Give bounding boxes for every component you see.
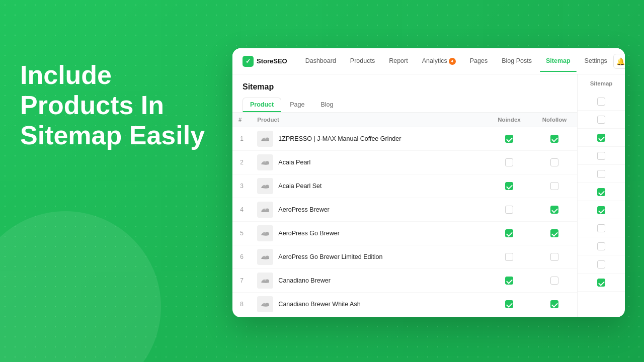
table-row: 2 Acaia Pearl: [232, 151, 577, 174]
row-noindex[interactable]: [487, 245, 532, 269]
row-product: Canadiano Brewer White Ash: [251, 293, 487, 316]
tab-product[interactable]: Product: [243, 98, 281, 112]
noindex-checkbox[interactable]: [505, 182, 513, 190]
noindex-checkbox[interactable]: [505, 206, 513, 214]
row-product: Acaia Pearl Set: [251, 174, 487, 198]
table-row: 1 1ZPRESSO | J-MAX Manual Coffee Grinder: [232, 127, 577, 151]
product-thumb: [257, 296, 273, 312]
row-noindex[interactable]: [487, 151, 532, 174]
svg-point-23: [265, 304, 266, 305]
main-panel: Sitemap Product Page Blog # Product Noin…: [232, 74, 577, 317]
sitemap-checkbox[interactable]: [597, 170, 605, 178]
noindex-checkbox[interactable]: [505, 229, 513, 237]
nofollow-checkbox[interactable]: [550, 158, 558, 166]
sitemap-checkbox[interactable]: [597, 242, 605, 250]
sitemap-header: Sitemap Product Page Blog: [232, 74, 577, 113]
row-nofollow[interactable]: [532, 198, 577, 222]
tab-blog[interactable]: Blog: [313, 98, 341, 112]
product-thumb: [257, 202, 273, 218]
row-noindex[interactable]: [487, 174, 532, 198]
table-row: 9 Ceramic Brewer: [232, 316, 577, 318]
tab-page[interactable]: Page: [282, 98, 312, 112]
nav-products[interactable]: Products: [344, 54, 381, 67]
product-thumb: [257, 273, 273, 289]
products-table: # Product Noindex Nofollow 1 1ZPRESSO | …: [232, 113, 577, 317]
row-num: 4: [232, 198, 251, 222]
sitemap-checkbox[interactable]: [597, 206, 605, 214]
nav-blog-posts[interactable]: Blog Posts: [496, 54, 538, 67]
row-nofollow[interactable]: [532, 316, 577, 318]
sitemap-checkbox[interactable]: [597, 152, 605, 160]
svg-point-19: [264, 280, 265, 281]
nav-report[interactable]: Report: [383, 54, 414, 67]
row-num: 5: [232, 222, 251, 245]
row-num: 2: [232, 151, 251, 174]
noindex-checkbox[interactable]: [505, 253, 513, 261]
bell-button[interactable]: 🔔: [613, 54, 625, 69]
product-name: 1ZPRESSO | J-MAX Manual Coffee Grinder: [278, 135, 401, 142]
svg-point-22: [264, 304, 265, 305]
hero-text: Include Products In Sitemap Easily: [20, 60, 211, 150]
col-num: #: [232, 113, 251, 127]
nofollow-checkbox[interactable]: [550, 300, 558, 308]
product-name: AeroPress Brewer: [278, 206, 329, 213]
nofollow-checkbox[interactable]: [550, 253, 558, 261]
row-noindex[interactable]: [487, 198, 532, 222]
logo-text: StoreSEO: [257, 57, 287, 65]
row-noindex[interactable]: [487, 293, 532, 316]
row-noindex[interactable]: [487, 316, 532, 318]
sitemap-checkbox-row: [578, 255, 625, 274]
nav-dashboard[interactable]: Dashboard: [299, 54, 342, 67]
row-noindex[interactable]: [487, 127, 532, 151]
nofollow-checkbox[interactable]: [550, 182, 558, 190]
sitemap-checkbox[interactable]: [597, 224, 605, 232]
product-thumb: [257, 131, 273, 147]
row-noindex[interactable]: [487, 269, 532, 293]
nofollow-checkbox[interactable]: [550, 229, 558, 237]
sitemap-header-checkbox-row: [578, 93, 625, 111]
content-area: Sitemap Product Page Blog # Product Noin…: [232, 74, 625, 317]
nav-analytics[interactable]: Analytics4: [416, 54, 462, 68]
svg-point-16: [264, 256, 265, 257]
noindex-checkbox[interactable]: [505, 300, 513, 308]
sitemap-all-checkbox[interactable]: [597, 98, 605, 106]
noindex-checkbox[interactable]: [505, 135, 513, 143]
row-nofollow[interactable]: [532, 245, 577, 269]
sitemap-checkbox[interactable]: [597, 260, 605, 268]
nav-right: 🔔 📞 Talk To SEO Expert: [613, 54, 625, 69]
row-product: 1ZPRESSO | J-MAX Manual Coffee Grinder: [251, 127, 487, 151]
noindex-checkbox[interactable]: [505, 277, 513, 285]
top-nav: ✓ StoreSEO Dashboard Products Report Ana…: [232, 48, 625, 74]
row-nofollow[interactable]: [532, 127, 577, 151]
svg-point-8: [265, 186, 266, 187]
svg-point-4: [264, 162, 265, 163]
sitemap-checkbox[interactable]: [597, 188, 605, 196]
noindex-checkbox[interactable]: [505, 158, 513, 166]
col-noindex: Noindex: [487, 113, 532, 127]
sitemap-checkbox[interactable]: [597, 134, 605, 142]
nav-sitemap[interactable]: Sitemap: [540, 54, 577, 67]
sitemap-checkbox[interactable]: [597, 279, 605, 287]
row-nofollow[interactable]: [532, 269, 577, 293]
svg-point-17: [265, 256, 266, 257]
nofollow-checkbox[interactable]: [550, 135, 558, 143]
row-num: 7: [232, 269, 251, 293]
sitemap-checkbox-row: [578, 237, 625, 255]
row-nofollow[interactable]: [532, 174, 577, 198]
table-row: 6 AeroPress Go Brewer Limited Edition: [232, 245, 577, 269]
nav-settings[interactable]: Settings: [579, 54, 613, 67]
nofollow-checkbox[interactable]: [550, 277, 558, 285]
nav-pages[interactable]: Pages: [464, 54, 494, 67]
main-card: ✓ StoreSEO Dashboard Products Report Ana…: [232, 48, 625, 317]
sitemap-checkbox-row: [578, 165, 625, 183]
sitemap-checkbox[interactable]: [597, 116, 605, 124]
row-nofollow[interactable]: [532, 222, 577, 245]
nofollow-checkbox[interactable]: [550, 206, 558, 214]
row-nofollow[interactable]: [532, 293, 577, 316]
nav-items: Dashboard Products Report Analytics4 Pag…: [299, 54, 613, 68]
row-nofollow[interactable]: [532, 151, 577, 174]
row-product: Acaia Pearl: [251, 151, 487, 174]
row-noindex[interactable]: [487, 222, 532, 245]
sitemap-checkbox-row: [578, 147, 625, 165]
table-row: 3 Acaia Pearl Set: [232, 174, 577, 198]
